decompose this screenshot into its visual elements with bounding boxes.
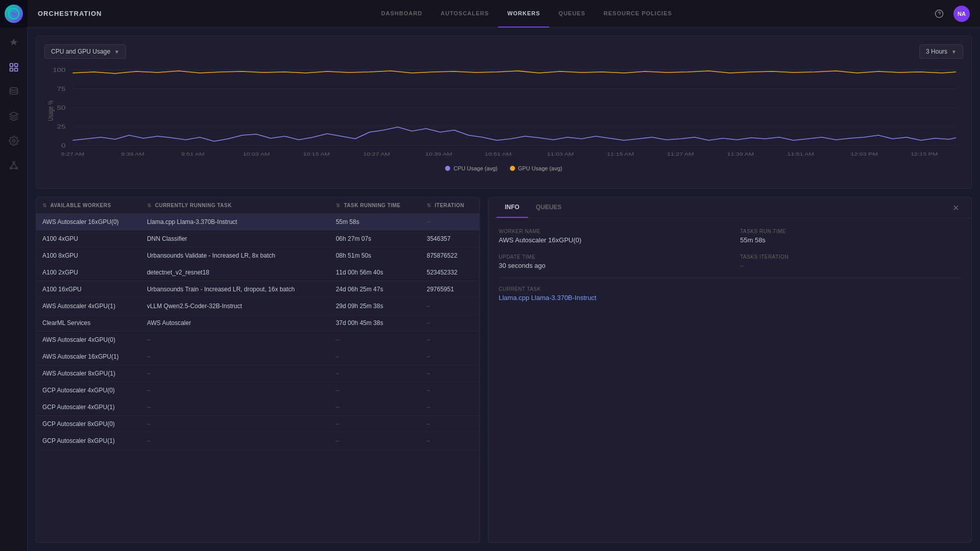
svg-text:25: 25 [57,123,66,130]
cell-task-13: – [141,433,330,449]
cell-time-12: – [330,416,421,433]
col-available-workers[interactable]: ⇅ AVAILABLE WORKERS [36,197,141,214]
svg-text:11:27 AM: 11:27 AM [667,152,694,157]
table-row[interactable]: AWS Autoscaler 16xGPU(1) – – – [36,348,479,365]
tasks-run-time-label: Tasks Run Time [740,229,961,234]
svg-text:100: 100 [53,67,65,73]
detail-tab-queues[interactable]: QUEUES [528,197,570,218]
legend-gpu-label: GPU Usage (avg) [518,165,562,171]
col-running-time[interactable]: ⇅ TASK RUNNING TIME [330,197,421,214]
table-row[interactable]: AWS Autoscaler 4xGPU(1) vLLM Qwen2.5-Cod… [36,298,479,315]
cell-worker-13: GCP Autoscaler 8xGPU(1) [36,433,141,449]
table-row[interactable]: AWS Autoscaler 4xGPU(0) – – – [36,332,479,348]
cell-task-12: – [141,416,330,433]
main-content: ORCHESTRATION DASHBOARD AUTOSCALERS WORK… [28,0,980,551]
table-row[interactable]: GCP Autoscaler 4xGPU(0) – – – [36,382,479,399]
sidebar-item-orchestration[interactable] [0,56,28,79]
tab-dashboard[interactable]: DASHBOARD [372,0,432,28]
detail-panel-header: INFO QUEUES ✕ [488,197,971,218]
cell-iter-7: – [421,332,479,348]
user-avatar[interactable]: NA [953,6,970,22]
svg-text:10:51 AM: 10:51 AM [485,152,512,157]
svg-text:10:27 AM: 10:27 AM [363,152,390,157]
legend-gpu-dot [510,166,515,171]
sidebar-item-datasets[interactable] [0,81,28,103]
cell-worker-7: AWS Autoscaler 4xGPU(0) [36,332,141,348]
sidebar-item-pipeline[interactable] [0,32,28,54]
bottom-section: ⇅ AVAILABLE WORKERS ⇅ CURRENTLY RUNNING … [36,197,972,543]
chart-time-dropdown[interactable]: 3 Hours ▼ [919,44,963,59]
svg-text:12:03 PM: 12:03 PM [851,152,878,157]
cell-iter-0: – [421,214,479,231]
cell-worker-11: GCP Autoscaler 4xGPU(1) [36,399,141,416]
workers-table: ⇅ AVAILABLE WORKERS ⇅ CURRENTLY RUNNING … [36,197,479,449]
table-row[interactable]: A100 16xGPU Urbansounds Train - Increase… [36,281,479,298]
detail-content: Worker Name AWS Autoscaler 16xGPU(0) Tas… [488,218,971,312]
detail-fields-grid: Worker Name AWS Autoscaler 16xGPU(0) Tas… [499,229,961,269]
cell-iter-9: – [421,365,479,382]
current-task-value[interactable]: Llama.cpp Llama-3.370B-Instruct [499,294,961,302]
col-iteration[interactable]: ⇅ ITERATION [421,197,479,214]
legend-cpu: CPU Usage (avg) [445,165,497,171]
cell-worker-1: A100 4xGPU [36,231,141,247]
cell-worker-0: AWS Autoscaler 16xGPU(0) [36,214,141,231]
sidebar-item-settings[interactable] [0,130,28,152]
svg-text:11:39 AM: 11:39 AM [727,152,754,157]
app-logo[interactable] [0,0,28,28]
table-row[interactable]: ClearML Services AWS Autoscaler 37d 00h … [36,315,479,332]
table-row[interactable]: A100 2xGPU detectnet_v2_resnet18 11d 00h… [36,264,479,281]
cell-time-2: 08h 51m 50s [330,247,421,264]
tab-queues[interactable]: QUEUES [549,0,594,28]
svg-marker-6 [9,112,18,116]
chart-metric-arrow: ▼ [114,49,119,55]
chart-section: CPU and GPU Usage ▼ 3 Hours ▼ 100 [36,36,972,189]
table-row[interactable]: AWS Autoscaler 16xGPU(0) Llama.cpp Llama… [36,214,479,231]
svg-text:12:15 PM: 12:15 PM [911,152,938,157]
legend-cpu-dot [445,166,450,171]
detail-tab-info[interactable]: INFO [497,197,528,218]
topnav-right: NA [931,6,970,22]
table-row[interactable]: GCP Autoscaler 8xGPU(0) – – – [36,416,479,433]
cell-worker-5: AWS Autoscaler 4xGPU(1) [36,298,141,315]
svg-text:9:27 AM: 9:27 AM [61,152,85,157]
help-button[interactable] [931,6,947,22]
legend-gpu: GPU Usage (avg) [510,165,562,171]
tasks-iteration-label: Tasks Iteration [740,254,961,260]
chart-legend: CPU Usage (avg) GPU Usage (avg) [44,165,963,171]
workers-table-container[interactable]: ⇅ AVAILABLE WORKERS ⇅ CURRENTLY RUNNING … [36,197,480,543]
chart-time-arrow: ▼ [951,49,957,55]
sort-icon-iter: ⇅ [427,203,431,208]
sidebar-item-models[interactable] [0,105,28,128]
topnav: ORCHESTRATION DASHBOARD AUTOSCALERS WORK… [28,0,980,28]
table-row[interactable]: AWS Autoscaler 8xGPU(1) – – – [36,365,479,382]
svg-point-8 [13,162,14,163]
tab-workers[interactable]: WORKERS [498,0,549,28]
chart-time-label: 3 Hours [926,48,947,55]
update-time-field: Update Time 30 seconds ago [499,254,720,269]
svg-point-5 [10,88,17,90]
cell-time-8: – [330,348,421,365]
table-row[interactable]: A100 4xGPU DNN Classifier 06h 27m 07s 35… [36,231,479,247]
tasks-iteration-value: – [740,262,961,269]
chart-metric-dropdown[interactable]: CPU and GPU Usage ▼ [44,44,126,59]
tasks-run-time-field: Tasks Run Time 55m 58s [740,229,961,244]
detail-close-button[interactable]: ✕ [948,199,963,217]
svg-rect-4 [14,68,17,71]
svg-text:9:51 AM: 9:51 AM [181,152,205,157]
svg-text:10:15 AM: 10:15 AM [303,152,330,157]
tab-resource-policies[interactable]: RESOURCE POLICIES [595,0,681,28]
cell-task-11: – [141,399,330,416]
svg-text:10:03 AM: 10:03 AM [243,152,270,157]
cell-iter-5: – [421,298,479,315]
table-row[interactable]: A100 8xGPU Urbansounds Validate - Increa… [36,247,479,264]
cell-worker-10: GCP Autoscaler 4xGPU(0) [36,382,141,399]
col-running-task[interactable]: ⇅ CURRENTLY RUNNING TASK [141,197,330,214]
tab-autoscalers[interactable]: AUTOSCALERS [431,0,498,28]
cell-iter-6: – [421,315,479,332]
table-row[interactable]: GCP Autoscaler 4xGPU(1) – – – [36,399,479,416]
cell-time-6: 37d 00h 45m 38s [330,315,421,332]
table-row[interactable]: GCP Autoscaler 8xGPU(1) – – – [36,433,479,449]
sidebar-item-integrations[interactable] [0,154,28,177]
worker-name-label: Worker Name [499,229,720,234]
detail-divider [499,278,961,278]
